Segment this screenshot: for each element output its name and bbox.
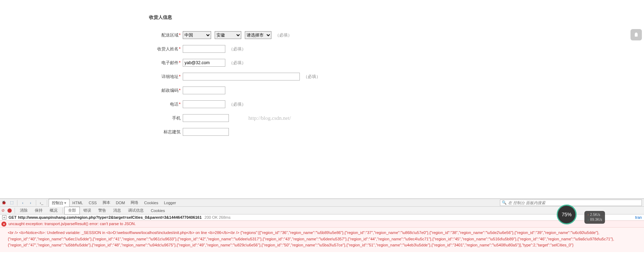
tab-html[interactable]: HTML: [70, 199, 86, 207]
tab-dom[interactable]: DOM: [113, 199, 128, 207]
row-postcode: 邮政编码*: [149, 87, 644, 94]
devtools-search[interactable]: 🔍: [500, 200, 642, 206]
row-landmark: 标志建筑: [149, 128, 644, 136]
console-request-line[interactable]: + GET http://www.quanpinshang.com/region…: [0, 214, 644, 221]
request-trail: tran: [635, 215, 642, 219]
separator: [62, 208, 63, 213]
row-email: 电子邮件* （必填）: [149, 59, 644, 67]
devtools-filterbar: ⊘ 清除 保持 概况 全部 错误 警告 消息 调试信息 Cookies: [0, 207, 644, 214]
filter-cookies[interactable]: Cookies: [147, 207, 169, 214]
section-title: 收货人信息: [149, 14, 644, 21]
search-icon: 🔍: [502, 200, 507, 205]
note-email: （必填）: [229, 60, 246, 66]
cmd-icon[interactable]: ›_: [38, 200, 45, 206]
filter-persist[interactable]: 保持: [31, 207, 46, 214]
svg-rect-1: [635, 33, 637, 34]
error-icon: ✕: [1, 222, 6, 227]
label-email: 电子邮件*: [149, 60, 183, 66]
request-status: 200 OK 268ms: [204, 215, 230, 219]
filter-warnings[interactable]: 警告: [95, 207, 110, 214]
filter-clear[interactable]: 清除: [16, 207, 31, 214]
filter-errors[interactable]: 错误: [80, 207, 95, 214]
label-name: 收货人姓名*: [149, 46, 183, 52]
jar-icon: [633, 32, 639, 38]
firebug-icon[interactable]: 🐞: [1, 200, 7, 206]
label-phone: 电话*: [149, 101, 183, 107]
devtools-tabbar: 🐞 ⬚ ‹ › ›_ 控制台 ▾ HTML CSS 脚本 DOM 网络 Cook…: [0, 199, 644, 207]
city-select[interactable]: 请选择市: [245, 31, 271, 39]
filter-debug[interactable]: 调试信息: [125, 207, 147, 214]
search-input[interactable]: [508, 201, 640, 205]
row-address: 详细地址* （必填）: [149, 73, 644, 80]
label-landmark: 标志建筑: [149, 129, 183, 135]
block-icon[interactable]: ⊘: [1, 208, 5, 213]
label-region: 配送区域*: [149, 32, 183, 38]
console-log-area: + GET http://www.quanpinshang.com/region…: [0, 214, 644, 262]
row-name: 收货人姓名* （必填）: [149, 45, 644, 53]
address-input[interactable]: [183, 73, 300, 80]
prev-icon[interactable]: ‹: [20, 200, 26, 206]
tab-net[interactable]: 网络: [128, 199, 141, 207]
filter-info[interactable]: 消息: [110, 207, 125, 214]
separator: [17, 200, 17, 206]
phone-input[interactable]: [183, 100, 225, 108]
filter-profile[interactable]: 概况: [46, 207, 61, 214]
side-widget[interactable]: [631, 29, 642, 40]
tab-cookies[interactable]: Cookies: [141, 199, 161, 207]
net-percent: 75%: [562, 212, 572, 217]
tab-console[interactable]: 控制台 ▾: [49, 199, 70, 207]
mobile-input[interactable]: [183, 114, 229, 122]
request-url: http://www.quanpinshang.com/region.php?t…: [18, 215, 202, 219]
devtools-panel: 🐞 ⬚ ‹ › ›_ 控制台 ▾ HTML CSS 脚本 DOM 网络 Cook…: [0, 199, 644, 214]
row-mobile: 手机: [149, 114, 644, 122]
record-icon[interactable]: [7, 208, 12, 213]
note-name: （必填）: [229, 46, 246, 52]
row-phone: 电话* （必填）: [149, 100, 644, 108]
label-address: 详细地址*: [149, 74, 183, 80]
label-mobile: 手机: [149, 115, 183, 121]
separator: [36, 200, 36, 206]
network-monitor-widget[interactable]: 75%: [557, 205, 577, 224]
tab-script[interactable]: 脚本: [100, 199, 113, 207]
separator: [47, 200, 47, 206]
arrow-down-icon: ↓: [587, 218, 590, 222]
note-address: （必填）: [303, 74, 320, 80]
filter-all[interactable]: 全部: [64, 207, 80, 214]
expand-icon[interactable]: +: [2, 215, 6, 219]
error-summary: uncaught exception: transport.js/parseRe…: [9, 222, 136, 226]
tab-css[interactable]: CSS: [86, 199, 100, 207]
tab-logger[interactable]: Logger: [161, 199, 179, 207]
label-postcode: 邮政编码*: [149, 88, 183, 94]
name-input[interactable]: [183, 45, 225, 53]
postcode-input[interactable]: [183, 87, 225, 94]
separator: [15, 208, 15, 213]
inspect-icon[interactable]: ⬚: [9, 200, 15, 206]
arrow-up-icon: ↑: [587, 213, 590, 217]
landmark-input[interactable]: [183, 128, 229, 136]
watermark: http://blog.csdn.net/: [248, 115, 291, 121]
note-region: （必填）: [275, 32, 292, 38]
method: GET: [9, 215, 17, 219]
svg-rect-0: [635, 33, 638, 37]
row-region: 配送区域* 中国 安徽 请选择市 （必填）: [149, 31, 644, 39]
console-error-line[interactable]: ✕ uncaught exception: transport.js/parse…: [0, 221, 644, 228]
province-select[interactable]: 安徽: [215, 31, 241, 39]
console-error-body: <br /> <b>Notice</b>: Undefined variable…: [0, 228, 644, 252]
chevron-down-icon: ▾: [64, 201, 66, 205]
note-phone: （必填）: [229, 101, 246, 107]
next-icon[interactable]: ›: [27, 200, 34, 206]
network-stats: ↑ 2.5K/s ↓ 89.3K/s: [584, 211, 605, 224]
country-select[interactable]: 中国: [183, 31, 211, 39]
email-input[interactable]: [183, 59, 225, 67]
